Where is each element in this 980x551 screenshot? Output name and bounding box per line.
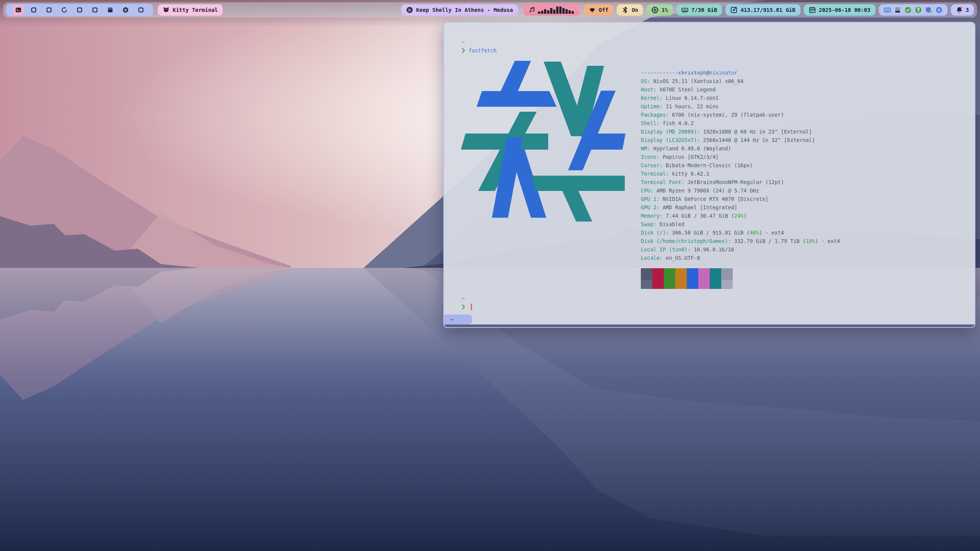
- cpu-icon: [652, 7, 658, 13]
- spotify-tray-icon[interactable]: [936, 7, 942, 13]
- fastfetch-line: Cursor: Bibata-Modern-Classic (16px): [641, 161, 840, 170]
- fastfetch-line: Display (MD 20889): 1920x1080 @ 60 Hz in…: [641, 127, 840, 136]
- now-playing-label: Keep Shelly In Athens - Medusa: [416, 7, 513, 13]
- cat-icon: [163, 7, 170, 13]
- workspace-button-workspace-6[interactable]: [87, 4, 103, 16]
- workspace-button-workspace-9[interactable]: [133, 4, 149, 16]
- fastfetch-line: Kernel: Linux 6.14.7-zen1: [641, 94, 840, 102]
- fastfetch-info: christoph@nixinator ------------------- …: [641, 57, 840, 289]
- palette-swatch: [664, 268, 675, 280]
- terminal-tab[interactable]: ~: [444, 315, 472, 324]
- bluetooth-module[interactable]: On: [617, 4, 643, 16]
- memory-module[interactable]: 7/30 GiB: [676, 4, 722, 16]
- memory-value: 7/30 GiB: [691, 7, 717, 13]
- cpu-module[interactable]: 1%: [647, 4, 673, 16]
- bar-right-section: 85%OffOn1%7/30 GiB413.17/915.81 GiB2025-…: [551, 4, 974, 16]
- palette-swatch: [675, 280, 687, 289]
- bell-icon: [956, 7, 963, 13]
- square-icon: [77, 7, 83, 13]
- visualizer-bar: [565, 9, 568, 14]
- fastfetch-output: christoph@nixinator ------------------- …: [462, 57, 957, 289]
- keyboard-tray-icon[interactable]: [884, 7, 891, 13]
- visualizer-bar: [562, 8, 565, 14]
- fastfetch-separator: -------------------: [641, 68, 840, 77]
- bar-left-section: Kitty Terminal: [6, 4, 223, 16]
- disk-module[interactable]: 413.17/915.81 GiB: [725, 4, 800, 16]
- kitty-terminal-window[interactable]: ~ fastfetch christoph@nixinator --------…: [443, 22, 975, 328]
- fastfetch-line: GPU 2: AMD Raphael [Integrated]: [641, 203, 840, 212]
- workspace-button-workspace-1[interactable]: [13, 5, 24, 15]
- palette-row: [641, 280, 840, 289]
- prompt-cwd: ~: [462, 38, 957, 46]
- terminal-bottom-edge: [444, 324, 975, 327]
- palette-swatch: [675, 268, 687, 280]
- wifi-module[interactable]: Off: [584, 4, 613, 16]
- palette-swatch: [687, 268, 698, 280]
- fastfetch-line: Display (LC32G5xT): 980x551 @ 144 Hz i…: [641, 136, 840, 144]
- fastfetch-line: Memory: 7.44 GiB / 30.47 GiB (24%): [641, 212, 840, 220]
- workspace-button-workspace-5[interactable]: [72, 4, 87, 16]
- disk-value: 413.17/915.81 GiB: [740, 7, 795, 13]
- window-title-chip: Kitty Terminal: [158, 4, 223, 16]
- spotify-icon: [122, 7, 129, 13]
- media-player-module[interactable]: Keep Shelly In Athens - Medusa: [401, 4, 518, 16]
- square-icon: [31, 7, 37, 13]
- palette-swatch: [664, 280, 675, 289]
- command-text: fastfetch: [469, 46, 497, 55]
- workspace-button-workspace-4[interactable]: [57, 4, 72, 16]
- music-note-icon: [528, 7, 535, 13]
- fastfetch-line: GPU 1: NVIDIA GeForce RTX 4070 [Discrete…: [641, 195, 840, 203]
- fastfetch-line: Local IP (tun0): 10.96.0.16/16: [641, 245, 840, 254]
- workspaces: [6, 4, 153, 16]
- audio-visualizer-module[interactable]: [523, 4, 579, 16]
- fastfetch-line: Icons: Papirus [GTK2/3/4]: [641, 153, 840, 161]
- terminal-content: ~ fastfetch christoph@nixinator --------…: [444, 23, 975, 311]
- fastfetch-line: Host: X670E Steel Legend: [641, 85, 840, 94]
- palette-swatch: [721, 268, 733, 280]
- workspace-button-workspace-8[interactable]: [118, 4, 133, 16]
- visualizer-bar: [556, 7, 559, 14]
- spotify-icon: [406, 7, 413, 13]
- fastfetch-line: Swap: Disabled: [641, 220, 840, 228]
- firefox-icon: [61, 7, 67, 13]
- ram-icon: [681, 7, 688, 13]
- fastfetch-line: OS: NixOS 25.11 (Xantusia) x86_64: [641, 77, 840, 85]
- palette-swatch: [641, 280, 652, 289]
- updates-ok-tray-icon[interactable]: [905, 7, 911, 13]
- top-bar: Kitty Terminal Keep Shelly In Athens - M…: [3, 2, 977, 18]
- wifi-value: Off: [599, 7, 608, 13]
- visualizer-bar: [538, 11, 540, 14]
- palette-swatch: [652, 280, 664, 289]
- nixos-logo: [460, 57, 632, 225]
- visualizer-bar: [568, 10, 571, 14]
- notification-count: 3: [966, 7, 969, 13]
- palette-swatch: [698, 280, 710, 289]
- device-tray-icon[interactable]: [894, 7, 901, 13]
- clock-module[interactable]: 2025-06-18 00:03: [804, 4, 875, 16]
- fastfetch-line: Disk (/): 366.58 GiB / 915.81 GiB (40%) …: [641, 228, 840, 237]
- window-title-label: Kitty Terminal: [173, 7, 218, 13]
- visualizer-bar: [572, 11, 574, 14]
- workspace-button-workspace-7[interactable]: [103, 4, 118, 16]
- visualizer-bar: [547, 10, 549, 14]
- fastfetch-lines: OS: NixOS 25.11 (Xantusia) x86_64Host: X…: [641, 77, 840, 262]
- vpn-shield-tray-icon[interactable]: [925, 7, 932, 13]
- fastfetch-line: Uptime: 11 hours, 22 mins: [641, 102, 840, 111]
- files-icon: [107, 7, 113, 13]
- terminal-icon: [15, 7, 21, 13]
- cpu-value: 1%: [662, 7, 668, 13]
- palette-swatch: [721, 280, 733, 289]
- notifications-module[interactable]: 3: [951, 4, 974, 16]
- calendar-icon: [809, 7, 816, 13]
- square-icon: [46, 7, 52, 13]
- wifi-icon: [589, 7, 596, 13]
- visualizer-bar: [541, 11, 543, 14]
- fastfetch-line: Locale: en_US.UTF-8: [641, 254, 840, 262]
- keepassxc-tray-icon[interactable]: [915, 7, 922, 13]
- input-line[interactable]: [462, 303, 957, 311]
- command-line: fastfetch: [462, 46, 957, 55]
- status-modules: 85%OffOn1%7/30 GiB413.17/915.81 GiB2025-…: [551, 4, 875, 16]
- workspace-button-workspace-2[interactable]: [26, 4, 41, 16]
- workspace-button-workspace-3[interactable]: [41, 4, 57, 16]
- visualizer-bars: [538, 6, 574, 14]
